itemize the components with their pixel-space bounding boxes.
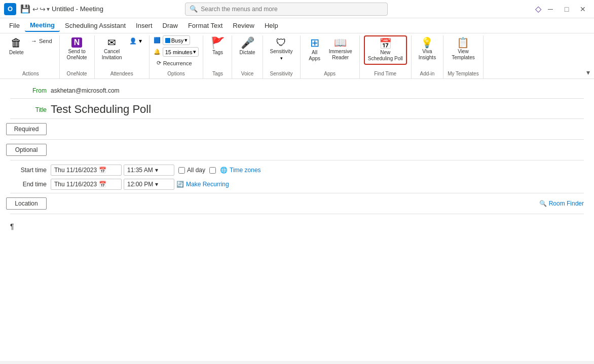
search-bar[interactable]: 🔍 [185,3,388,16]
ribbon-group-my-templates: 📋 ViewTemplates My Templates [446,35,484,78]
redo-button[interactable]: ↪ [40,5,46,13]
make-recurring-label: Make Recurring [186,181,229,188]
status-select[interactable]: Busy ▾ [163,35,190,45]
menu-draw[interactable]: Draw [158,20,183,31]
required-button[interactable]: Required [6,123,47,135]
send-label: Send [39,38,52,44]
find-time-items: 📅 NewScheduling Poll [364,35,407,70]
start-time-picker[interactable]: 11:35 AM ▾ [124,165,174,176]
start-time-row: Start time Thu 11/16/2023 📅 11:35 AM ▾ A… [10,165,584,176]
ribbon: 🗑 Delete → Send Actions N Send toOneNote… [0,33,594,79]
reminder-row: 🔔 15 minutes ▾ [154,47,199,57]
maximize-button[interactable]: □ [560,2,574,16]
end-time-picker[interactable]: 12:00 PM ▾ [124,179,174,190]
ribbon-group-onenote: N Send toOneNote OneNote [62,35,95,78]
body-area[interactable]: ¶ [10,218,584,234]
menu-format-text[interactable]: Format Text [183,20,228,31]
immersive-reader-icon: 📖 [334,37,347,48]
all-day-checkbox[interactable] [178,167,185,174]
undo-button[interactable]: ↩ [32,5,39,13]
send-button[interactable]: → Send [28,35,55,47]
title-label: Title [10,106,51,113]
ribbon-group-tags: 🚩 Tags Tags [205,35,232,78]
ribbon-expand[interactable]: ▾ [586,35,590,78]
all-day-checkbox-wrapper[interactable]: All day [178,167,205,174]
attendees-extra: 👤 ▾ [126,35,145,47]
timezone-checkbox[interactable] [209,167,216,174]
optional-divider [10,160,584,160]
delete-icon: 🗑 [11,37,22,49]
search-input[interactable] [201,6,383,13]
my-templates-group-label: My Templates [448,70,479,78]
menu-help[interactable]: Help [259,20,283,31]
menu-insert[interactable]: Insert [131,20,158,31]
apps-items: ⊞ AllApps 📖 ImmersiveReader [305,35,355,70]
actions-items: 🗑 Delete → Send [6,35,55,70]
location-btn-wrapper: Location [10,197,51,210]
pin-button[interactable]: ▾ [47,6,50,13]
ribbon-group-sensitivity: 🛡 Sensitivity ▾ Sensitivity [265,35,301,78]
room-finder-button[interactable]: 🔍 Room Finder [539,200,584,207]
sensitivity-button[interactable]: 🛡 Sensitivity ▾ [267,35,296,63]
attendees-more-button[interactable]: 👤 ▾ [126,35,145,47]
minimize-button[interactable]: ─ [543,2,558,16]
required-input[interactable] [51,124,584,135]
dictate-label: Dictate [239,50,255,56]
ribbon-group-find-time: 📅 NewScheduling Poll Find Time [362,35,412,78]
optional-row: Optional [10,144,584,156]
all-apps-button[interactable]: ⊞ AllApps [305,35,325,64]
time-divider [10,193,584,193]
reminder-select[interactable]: 15 minutes ▾ [163,47,199,57]
make-recurring-button[interactable]: 🔄 Make Recurring [176,181,229,188]
menu-bar: File Meeting Scheduling Assistant Insert… [0,18,594,33]
ribbon-group-apps: ⊞ AllApps 📖 ImmersiveReader Apps [303,35,360,78]
menu-scheduling-assistant[interactable]: Scheduling Assistant [60,20,131,31]
all-apps-icon: ⊞ [310,37,319,49]
optional-input[interactable] [51,144,584,155]
recurrence-button[interactable]: ⟳ Recurrence [154,59,195,67]
status-dot [165,38,170,43]
menu-review[interactable]: Review [228,20,259,31]
optional-button[interactable]: Optional [6,144,47,156]
close-button[interactable]: ✕ [576,2,590,16]
send-stack: → Send [28,35,55,47]
start-date-picker[interactable]: Thu 11/16/2023 📅 [51,165,122,176]
title-divider [10,118,584,119]
app-logo: O [4,3,16,15]
start-time-label: Start time [10,167,51,174]
expand-icon: ▾ [586,68,590,76]
menu-file[interactable]: File [4,20,25,31]
timezone-checkbox-wrapper [209,167,216,174]
room-finder-icon: 🔍 [539,200,547,207]
viva-insights-button[interactable]: 💡 VivaInsights [416,35,439,63]
ribbon-group-attendees: ✉ CancelInvitation 👤 ▾ Attendees [97,35,150,78]
immersive-reader-button[interactable]: 📖 ImmersiveReader [326,35,355,63]
location-divider [10,214,584,214]
onenote-label: Send toOneNote [67,49,87,61]
title-input[interactable] [51,103,584,116]
reminder-label: 15 minutes [165,49,193,55]
view-templates-button[interactable]: 📋 ViewTemplates [449,35,478,63]
ribbon-group-addin: 💡 VivaInsights Add-in [414,35,443,78]
dictate-button[interactable]: 🎤 Dictate [236,35,258,58]
optional-btn-wrapper: Optional [10,144,51,156]
end-time-chevron: ▾ [155,181,158,188]
end-date-picker[interactable]: Thu 11/16/2023 📅 [51,179,122,190]
delete-label: Delete [9,50,24,56]
dictate-icon: 🎤 [241,37,254,49]
end-calendar-icon: 📅 [99,181,106,188]
menu-meeting[interactable]: Meeting [25,19,60,32]
new-scheduling-poll-button[interactable]: 📅 NewScheduling Poll [364,35,407,65]
cancel-invitation-button[interactable]: ✉ CancelInvitation [99,35,125,63]
send-to-onenote-button[interactable]: N Send toOneNote [64,35,90,63]
viva-insights-label: VivaInsights [419,49,436,61]
globe-icon: 🌐 [220,167,228,174]
location-button[interactable]: Location [6,197,47,210]
chevron-icon: ▾ [139,37,142,45]
calendar-icon: 📅 [99,167,106,174]
timezone-button[interactable]: 🌐 Time zones [220,167,261,174]
location-input[interactable] [51,198,539,209]
delete-button[interactable]: 🗑 Delete [6,35,27,58]
save-button[interactable]: 💾 [20,4,30,14]
tags-button[interactable]: 🚩 Tags [207,35,228,58]
